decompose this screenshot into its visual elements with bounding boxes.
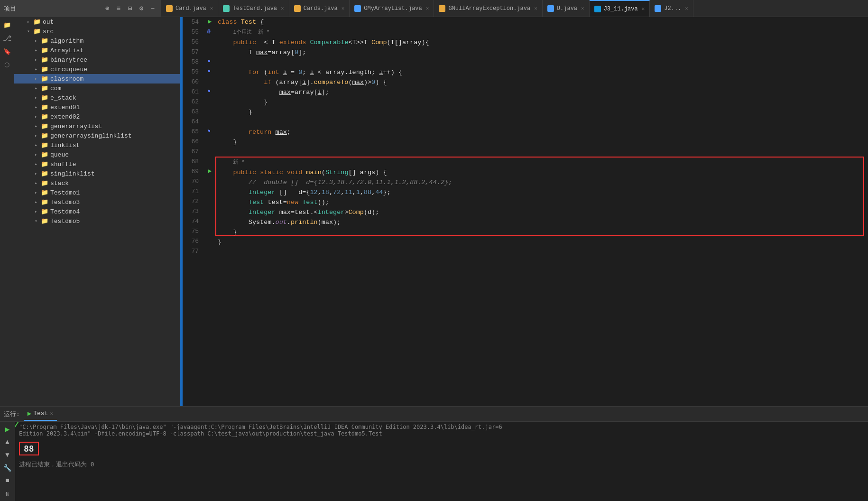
tree-arrow-icon: ▸ [33, 85, 39, 91]
tree-arrow-icon: ▸ [33, 133, 39, 139]
tree-item-circuqueue[interactable]: ▸📁circuqueue [14, 65, 180, 74]
run-tab-close[interactable]: ✕ [50, 410, 53, 417]
tree-arrow-icon: ▸ [33, 171, 39, 176]
tab-GNullArrayExceptionjava[interactable]: GNullArrayException.java✕ [434, 0, 542, 17]
tab-close-btn[interactable]: ✕ [210, 5, 213, 11]
scroll-down-icon[interactable]: ▼ [1, 449, 14, 460]
run-icon: ▶ [28, 409, 31, 418]
line-number-60: 60 [185, 77, 203, 87]
tree-item-binarytree[interactable]: ▸📁binarytree [14, 55, 180, 65]
tree-item-shuffle[interactable]: ▸📁shuffle [14, 159, 180, 169]
git-icon[interactable]: ⎇ [1, 32, 13, 45]
editor-area: 5455565758596061626364656667686970717273… [180, 17, 868, 406]
settings-icon[interactable]: ⚙ [137, 4, 146, 13]
tab-close-btn[interactable]: ✕ [281, 5, 284, 11]
tab-close-btn[interactable]: ✕ [685, 5, 688, 11]
tree-item-queue[interactable]: ▸📁queue [14, 150, 180, 159]
folder-icon: 📁 [41, 75, 48, 83]
tree-item-testdmo3[interactable]: ▸📁Testdmo3 [14, 197, 180, 207]
tree-item-algorithm[interactable]: ▸📁algorithm [14, 36, 180, 46]
tab-close-btn[interactable]: ✕ [642, 6, 645, 12]
tree-item-extend02[interactable]: ▸📁extend02 [14, 112, 180, 121]
tab-file-icon [166, 5, 173, 12]
tree-item-arraylist[interactable]: ▸📁ArrayList [14, 46, 180, 55]
tree-arrow-icon: ▸ [33, 152, 39, 158]
tab-file-icon [547, 5, 554, 12]
tree-item-singlinklist[interactable]: ▸📁singlinklist [14, 169, 180, 178]
tree-item-label: src [43, 28, 54, 35]
folder-icon[interactable]: 📁 [1, 19, 13, 31]
layout-icon[interactable]: ⊟ [125, 4, 135, 13]
tree-item-classroom[interactable]: ▸📁classroom [14, 74, 180, 84]
tab-close-btn[interactable]: ✕ [426, 5, 429, 11]
tree-item-linklist[interactable]: ▸📁linklist [14, 140, 180, 150]
run-tab-test[interactable]: ▶ Test ✕ [24, 408, 57, 421]
wrench-icon[interactable]: 🔧 [1, 463, 14, 473]
folder-icon: 📁 [41, 94, 48, 102]
gutter: ▶▶@⚑⚑⚑⚑ [206, 17, 218, 406]
tree-item-testdmo4[interactable]: ▸📁Testdmo4 [14, 207, 180, 216]
tab-close-btn[interactable]: ✕ [342, 5, 345, 11]
side-icons: 📁 ⎇ 🔖 ⬡ [0, 17, 14, 406]
folder-icon: 📁 [41, 84, 48, 92]
line-number-72: 72 [185, 196, 203, 206]
code-line-69: public static void main(String[] args) { [218, 167, 863, 177]
tree-item-label: Testdmo1 [50, 189, 80, 196]
tabs-container: Card.java✕TestCard.java✕Cards.java✕GMyAr… [161, 0, 868, 17]
folder-icon: 📁 [41, 65, 48, 73]
tree-item-generarraysinglinklist[interactable]: ▸📁generarraysinglinklist [14, 131, 180, 140]
sort-btn-icon[interactable]: ⇅ [1, 488, 14, 499]
tree-item-generarraylist[interactable]: ▸📁generarraylist [14, 121, 180, 131]
scroll-up-icon[interactable]: ▲ [1, 436, 14, 447]
tab-J2..[interactable]: J2...✕ [650, 0, 693, 17]
run-tab-name: Test [33, 410, 48, 417]
folder-icon: 📁 [41, 170, 48, 177]
tree-item-testdmo5[interactable]: ▾📁Testdmo5 [14, 216, 180, 226]
code-line-65: return max; [218, 127, 863, 137]
minimize-icon[interactable]: − [148, 4, 157, 13]
tree-item-com[interactable]: ▸📁com [14, 84, 180, 93]
tree-item-testdmo1[interactable]: ▸📁Testdmo1 [14, 188, 180, 197]
tree-item-extend01[interactable]: ▸📁extend01 [14, 102, 180, 112]
tree-item-stack[interactable]: ▸📁stack [14, 178, 180, 188]
tab-file-icon [594, 6, 601, 12]
tree-item-label: shuffle [50, 161, 76, 168]
tab-GMyArrayListjava[interactable]: GMyArrayList.java✕ [350, 0, 434, 17]
folder-icon: 📁 [41, 122, 48, 130]
tab-close-btn[interactable]: ✕ [581, 5, 584, 11]
tab-J3_11java[interactable]: J3_11.java✕ [590, 0, 650, 17]
line-number-71: 71 [185, 186, 203, 196]
plugin-icon[interactable]: ⬡ [1, 59, 13, 71]
tree-item-e_stack[interactable]: ▸📁e_stack [14, 93, 180, 102]
tree-item-label: extend01 [50, 104, 80, 111]
tab-Ujava[interactable]: U.java✕ [543, 0, 590, 17]
tab-label: U.java [557, 5, 577, 12]
sort-icon[interactable]: ≡ [114, 4, 123, 13]
code-lines[interactable]: class Test { 1个用法 新 * public < T extends… [218, 17, 868, 406]
tree-arrow-icon: ▸ [33, 104, 39, 110]
code-line-67 [218, 147, 863, 157]
tree-arrow-icon: ▾ [33, 218, 39, 224]
bookmark-icon[interactable]: 🔖 [1, 46, 13, 58]
tree-item-label: e_stack [50, 94, 76, 102]
tree-item-out[interactable]: ▸📁out [14, 17, 180, 27]
gutter-run-icon[interactable]: ▶ [208, 17, 212, 27]
run-button[interactable]: ▶ [1, 424, 14, 435]
tab-label: TestCard.java [232, 5, 277, 12]
tab-TestCardjava[interactable]: TestCard.java✕ [218, 0, 289, 17]
line-number-58: 58 [185, 57, 203, 67]
gutter-annotation: ⚑ [207, 57, 211, 67]
globe-icon[interactable]: ⊕ [102, 4, 112, 13]
tree-item-src[interactable]: ▾📁src [14, 27, 180, 36]
stop-icon[interactable]: ■ [1, 475, 14, 486]
run-side-buttons: ▶ ▲ ▼ 🔧 ■ ⇅ [0, 422, 15, 501]
tab-Cardsjava[interactable]: Cards.java✕ [289, 0, 350, 17]
tree-item-label: singlinklist [50, 170, 95, 177]
gutter-run-icon[interactable]: ▶ [208, 167, 212, 176]
line-number-73: 73 [185, 206, 203, 216]
tree-item-label: Testdmo5 [50, 218, 80, 225]
line-number-77: 77 [185, 246, 203, 256]
code-line-55: 1个用法 新 * [218, 27, 863, 37]
tab-Cardjava[interactable]: Card.java✕ [161, 0, 218, 17]
tab-close-btn[interactable]: ✕ [534, 5, 537, 11]
